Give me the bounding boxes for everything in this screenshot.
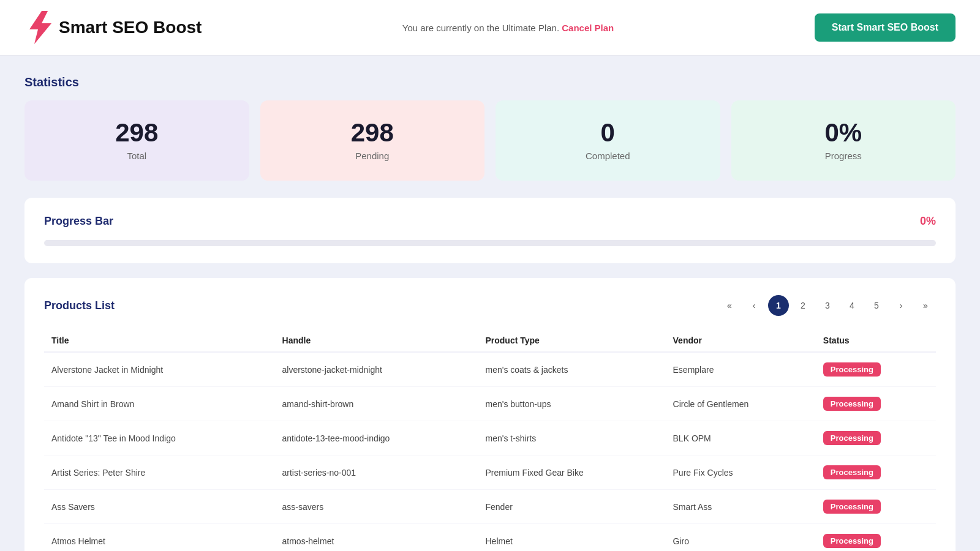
cell-product-type: Helmet	[478, 524, 665, 552]
progress-header: Progress Bar 0%	[44, 215, 936, 228]
pagination-page-4[interactable]: 4	[842, 295, 862, 316]
pagination: «‹12345›»	[719, 295, 936, 316]
pagination-page-5[interactable]: 5	[866, 295, 887, 316]
status-badge: Processing	[823, 465, 881, 479]
cell-status: Processing	[816, 455, 936, 490]
products-table: TitleHandleProduct TypeVendorStatus Alve…	[44, 329, 936, 551]
table-row: Antidote "13" Tee in Mood Indigo antidot…	[44, 421, 936, 455]
logo-area: Smart SEO Boost	[24, 11, 202, 44]
cell-status: Processing	[816, 421, 936, 455]
progress-section: Progress Bar 0%	[24, 198, 956, 263]
cell-vendor: Pure Fix Cycles	[666, 455, 816, 490]
cell-handle: atmos-helmet	[275, 524, 478, 552]
cell-product-type: men's t-shirts	[478, 421, 665, 455]
stat-label: Completed	[508, 151, 708, 161]
progress-bar-title: Progress Bar	[44, 215, 113, 228]
app-title: Smart SEO Boost	[59, 18, 202, 37]
table-row: Artist Series: Peter Shire artist-series…	[44, 455, 936, 490]
plan-text: You are currently on the Ultimate Plan.	[402, 23, 559, 33]
cell-product-type: men's button-ups	[478, 387, 665, 421]
table-header: TitleHandleProduct TypeVendorStatus	[44, 329, 936, 352]
stat-label: Progress	[744, 151, 944, 161]
col-header-product-type: Product Type	[478, 329, 665, 352]
status-badge: Processing	[823, 397, 881, 411]
col-header-status: Status	[816, 329, 936, 352]
cell-title: Artist Series: Peter Shire	[44, 455, 275, 490]
pagination-first[interactable]: «	[719, 295, 740, 316]
products-list-title: Products List	[44, 299, 115, 312]
col-header-handle: Handle	[275, 329, 478, 352]
cell-handle: ass-savers	[275, 490, 478, 524]
status-badge: Processing	[823, 431, 881, 445]
products-header: Products List «‹12345›»	[44, 295, 936, 316]
statistics-section: Statistics 298 Total 298 Pending 0 Compl…	[24, 75, 956, 181]
cancel-plan-link[interactable]: Cancel Plan	[562, 23, 614, 33]
progress-track	[44, 240, 936, 246]
cell-handle: alverstone-jacket-midnight	[275, 352, 478, 387]
pagination-prev[interactable]: ‹	[744, 295, 764, 316]
stat-card-completed: 0 Completed	[496, 100, 720, 181]
stat-value: 298	[273, 120, 473, 146]
cell-title: Ass Savers	[44, 490, 275, 524]
stat-card-progress: 0% Progress	[731, 100, 956, 181]
plan-info: You are currently on the Ultimate Plan. …	[402, 23, 614, 33]
stat-card-total: 298 Total	[24, 100, 249, 181]
cell-title: Alverstone Jacket in Midnight	[44, 352, 275, 387]
table-row: Ass Savers ass-savers Fender Smart Ass P…	[44, 490, 936, 524]
cell-title: Antidote "13" Tee in Mood Indigo	[44, 421, 275, 455]
cell-handle: artist-series-no-001	[275, 455, 478, 490]
pagination-page-1[interactable]: 1	[768, 295, 789, 316]
stat-value: 298	[37, 120, 237, 146]
cell-vendor: BLK OPM	[666, 421, 816, 455]
table-body: Alverstone Jacket in Midnight alverstone…	[44, 352, 936, 551]
col-header-vendor: Vendor	[666, 329, 816, 352]
cell-product-type: men's coats & jackets	[478, 352, 665, 387]
cell-handle: antidote-13-tee-mood-indigo	[275, 421, 478, 455]
status-badge: Processing	[823, 362, 881, 377]
table-header-row: TitleHandleProduct TypeVendorStatus	[44, 329, 936, 352]
svg-marker-0	[29, 11, 51, 44]
pagination-next[interactable]: ›	[891, 295, 911, 316]
table-row: Alverstone Jacket in Midnight alverstone…	[44, 352, 936, 387]
cell-title: Amand Shirt in Brown	[44, 387, 275, 421]
table-row: Atmos Helmet atmos-helmet Helmet Giro Pr…	[44, 524, 936, 552]
pagination-page-2[interactable]: 2	[793, 295, 813, 316]
status-badge: Processing	[823, 534, 881, 548]
products-section: Products List «‹12345›» TitleHandleProdu…	[24, 278, 956, 551]
stats-grid: 298 Total 298 Pending 0 Completed 0% Pro…	[24, 100, 956, 181]
status-badge: Processing	[823, 500, 881, 514]
pagination-page-3[interactable]: 3	[817, 295, 838, 316]
col-header-title: Title	[44, 329, 275, 352]
cell-status: Processing	[816, 352, 936, 387]
pagination-last[interactable]: »	[915, 295, 936, 316]
cell-vendor: Circle of Gentlemen	[666, 387, 816, 421]
stat-value: 0	[508, 120, 708, 146]
cell-status: Processing	[816, 490, 936, 524]
stat-label: Total	[37, 151, 237, 161]
progress-bar-pct: 0%	[920, 215, 936, 228]
cell-vendor: Giro	[666, 524, 816, 552]
cell-vendor: Esemplare	[666, 352, 816, 387]
stat-value: 0%	[744, 120, 944, 146]
main-content: Statistics 298 Total 298 Pending 0 Compl…	[0, 56, 980, 551]
cell-status: Processing	[816, 387, 936, 421]
header: Smart SEO Boost You are currently on the…	[0, 0, 980, 56]
cell-status: Processing	[816, 524, 936, 552]
statistics-title: Statistics	[24, 75, 956, 89]
cell-product-type: Fender	[478, 490, 665, 524]
cell-vendor: Smart Ass	[666, 490, 816, 524]
cell-product-type: Premium Fixed Gear Bike	[478, 455, 665, 490]
table-row: Amand Shirt in Brown amand-shirt-brown m…	[44, 387, 936, 421]
logo-icon	[24, 11, 51, 44]
cell-title: Atmos Helmet	[44, 524, 275, 552]
cell-handle: amand-shirt-brown	[275, 387, 478, 421]
stat-card-pending: 298 Pending	[260, 100, 485, 181]
stat-label: Pending	[273, 151, 473, 161]
start-seo-boost-button[interactable]: Start Smart SEO Boost	[815, 13, 956, 42]
